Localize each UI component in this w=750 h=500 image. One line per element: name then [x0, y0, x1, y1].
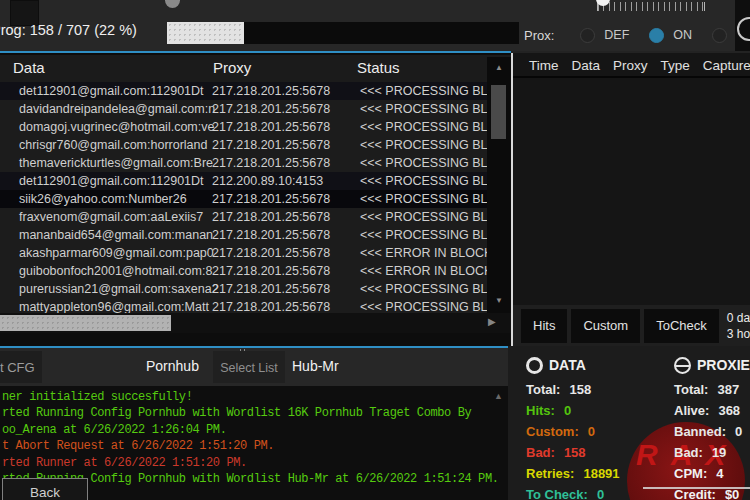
column-header-data[interactable]: Data — [13, 59, 45, 76]
radio-circle-off[interactable] — [712, 28, 727, 43]
log-line: oo_Arena at 6/26/2022 1:26:04 PM. — [2, 422, 499, 438]
stat-value: 19 — [712, 445, 726, 460]
stat-row: Bad:158 — [526, 442, 620, 463]
radio-circle-def[interactable] — [580, 28, 595, 43]
column-header-hits-proxy[interactable]: Proxy — [613, 58, 648, 73]
table-row[interactable]: siik26@yahoo.com:Number26217.218.201.25:… — [0, 190, 487, 208]
hits-table-header: Time Data Proxy Type Capture — [513, 55, 750, 78]
cell-proxy: 217.218.201.25:5678 — [212, 264, 330, 278]
log-panel: ner initialized succesfully!rted Running… — [0, 386, 508, 500]
vertical-scrollbar-thumb[interactable] — [491, 85, 506, 139]
radio-on[interactable]: ON — [649, 28, 692, 43]
stat-label: Bad: — [674, 445, 703, 460]
data-stats-rows: Total:158Hits:0Custom:0Bad:158Retries:18… — [526, 379, 620, 500]
stat-label: Hits: — [526, 403, 555, 418]
stat-row: Custom:0 — [526, 421, 620, 442]
stat-value: 18891 — [583, 466, 619, 481]
select-config-button[interactable]: Select CFG — [0, 351, 42, 383]
table-row[interactable]: mananbaid654@gmail.com:manan217.218.201.… — [0, 226, 487, 244]
table-row[interactable]: guibobonfoch2001@hotmail.com:8217.218.20… — [0, 262, 487, 280]
cell-status: <<< PROCESSING BLOCK — [360, 210, 487, 224]
data-stats-header: DATA — [526, 356, 620, 374]
cell-data: fraxvenom@gmail.com:aaLexiis7 — [19, 210, 203, 224]
cell-data: det112901@gmail.com:112901Dt — [19, 174, 204, 188]
log-line: rted Runner at 6/26/2022 1:51:20 PM. — [2, 455, 499, 471]
cell-proxy: 217.218.201.25:5678 — [212, 102, 330, 116]
stat-label: Credit: — [674, 487, 716, 500]
table-row[interactable]: davidandreipandelea@gmail.com:n217.218.2… — [0, 100, 487, 118]
radio-circle-on[interactable] — [649, 28, 664, 43]
table-row[interactable]: domagoj.vugrinec@hotmail.com:ve217.218.2… — [0, 118, 487, 136]
column-header-proxy[interactable]: Proxy — [213, 59, 251, 76]
table-row[interactable]: mattyappleton96@gmail.com:Matt217.218.20… — [0, 298, 487, 313]
select-list-button[interactable]: Select List — [213, 351, 285, 383]
back-button[interactable]: Back — [2, 478, 88, 500]
bots-slider-ticks[interactable] — [597, 2, 705, 11]
cell-status: <<< PROCESSING BLOCK — [360, 174, 487, 188]
scroll-down-icon[interactable]: ▼ — [487, 296, 511, 305]
progress-label: Prog: 158 / 707 (22 %) — [0, 22, 137, 38]
stat-value: 0 — [564, 403, 571, 418]
hits-tab-button[interactable]: Hits — [521, 309, 567, 343]
cell-proxy: 217.218.201.25:5678 — [212, 210, 330, 224]
config-bar: Select CFG Pornhub Select List Hub-Mr — [0, 348, 508, 386]
horizontal-scrollbar[interactable]: ▶ — [0, 313, 511, 333]
stat-row: Hits:0 — [526, 400, 620, 421]
column-header-hits-data[interactable]: Data — [572, 58, 601, 73]
radio-def[interactable]: DEF — [580, 28, 629, 43]
table-row[interactable]: akashparmar609@gmail.com:pap0217.218.201… — [0, 244, 487, 262]
cell-status: <<< PROCESSING BLOCK — [360, 84, 487, 98]
column-header-status[interactable]: Status — [357, 59, 400, 76]
cell-data: domagoj.vugrinec@hotmail.com:ve — [19, 120, 214, 134]
cell-proxy: 217.218.201.25:5678 — [212, 300, 330, 313]
column-header-type[interactable]: Type — [661, 58, 690, 73]
proxy-stats-header: PROXIES & — [674, 356, 750, 374]
cell-data: det112901@gmail.com:112901Dt — [19, 84, 204, 98]
ring-icon — [526, 357, 543, 374]
column-header-time[interactable]: Time — [529, 58, 559, 73]
vertical-scrollbar[interactable]: ▲ ▼ — [487, 57, 511, 313]
cell-status: <<< ERROR IN BLOCK: R — [360, 246, 487, 260]
stat-row: Total:387 — [674, 379, 750, 400]
cell-status: <<< PROCESSING BLOCK — [360, 102, 487, 116]
stat-label: CPM: — [674, 466, 707, 481]
stat-row: Bad:19 — [674, 442, 750, 463]
cell-proxy: 217.218.201.25:5678 — [212, 138, 330, 152]
stat-label: To Check: — [526, 487, 588, 500]
cell-data: mananbaid654@gmail.com:manan — [19, 228, 213, 242]
table-row[interactable]: fraxvenom@gmail.com:aaLexiis7217.218.201… — [0, 208, 487, 226]
proxy-stats-title: PROXIES & — [697, 357, 750, 373]
log-scroll-up-icon[interactable]: ▲ — [494, 391, 503, 401]
scroll-up-icon[interactable]: ▲ — [487, 63, 511, 72]
horizontal-scrollbar-thumb[interactable] — [0, 315, 171, 331]
stat-value: $0 — [725, 487, 739, 500]
cell-status: <<< PROCESSING BLOCK — [360, 300, 487, 313]
config-name-label: Pornhub — [146, 358, 199, 374]
table-row[interactable]: det112901@gmail.com:112901Dt217.218.201.… — [0, 82, 487, 100]
proxy-mode-label: Prox: — [524, 28, 554, 43]
scroll-right-icon[interactable]: ▶ — [488, 316, 496, 327]
slider-knob-icon[interactable] — [165, 0, 180, 8]
stat-value: 387 — [717, 382, 739, 397]
tocheck-tab-button[interactable]: ToCheck — [644, 309, 719, 343]
data-stats-title: DATA — [549, 357, 586, 373]
radio-label-def: DEF — [604, 28, 629, 42]
cell-status: <<< PROCESSING BLOCK — [360, 138, 487, 152]
stats-panel: RAX DATA Total:158Hits:0Custom:0Bad:158R… — [508, 346, 750, 500]
stat-value: 158 — [569, 382, 591, 397]
cell-data: purerussian21@gmail.com:saxena2 — [19, 282, 219, 296]
proxy-mode-group: Prox: DEF ON OFF — [524, 26, 750, 44]
cell-data: mattyappleton96@gmail.com:Matt — [19, 300, 209, 313]
table-row[interactable]: chrisgr760@gmail.com:horrorland217.218.2… — [0, 136, 487, 154]
table-row[interactable]: themaverickturtles@gmail.com:Bre217.218.… — [0, 154, 487, 172]
column-header-capture[interactable]: Capture — [703, 58, 750, 73]
log-line: ner initialized succesfully! — [2, 389, 499, 405]
custom-tab-button[interactable]: Custom — [571, 309, 640, 343]
cell-data: akashparmar609@gmail.com:pap0 — [19, 246, 214, 260]
stat-label: Total: — [674, 382, 708, 397]
table-row[interactable]: det112901@gmail.com:112901Dt212.200.89.1… — [0, 172, 487, 190]
table-row[interactable]: purerussian21@gmail.com:saxena2217.218.2… — [0, 280, 487, 298]
eta-line-2: 3 hours left — [727, 327, 750, 341]
stat-row: To Check:0 — [526, 484, 620, 500]
stat-value: 158 — [564, 445, 586, 460]
